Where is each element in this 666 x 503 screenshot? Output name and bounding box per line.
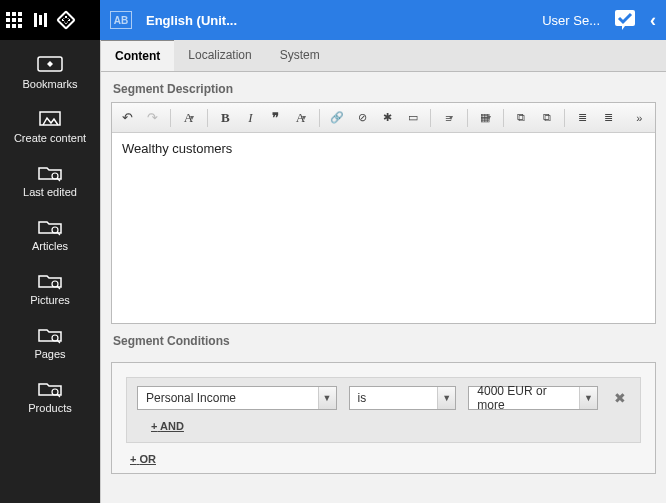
condition-row: Personal Income▼ is▼ 4000 EUR or more▼ ✖ <box>137 386 630 410</box>
align-icon[interactable]: ≡▾ <box>439 108 458 128</box>
apps-icon[interactable] <box>6 12 22 28</box>
tab-localization[interactable]: Localization <box>174 40 265 71</box>
section-conditions-title: Segment Conditions <box>101 324 666 354</box>
rich-editor: ↶ ↷ A▾ B I ❞ A▾ 🔗 ⊘ ✱ ▭ ≡▾ <box>111 102 656 324</box>
editor-toolbar: ↶ ↷ A▾ B I ❞ A▾ 🔗 ⊘ ✱ ▭ ≡▾ <box>112 103 655 133</box>
section-description-title: Segment Description <box>101 72 666 102</box>
nav-label: Create content <box>14 132 86 144</box>
ordered-list-icon[interactable]: ≣ <box>573 108 592 128</box>
nav-label: Products <box>28 402 71 414</box>
left-rail: Bookmarks Create content Last edited Art… <box>0 0 100 503</box>
add-and-button[interactable]: + AND <box>137 410 630 434</box>
folder-search-icon <box>37 270 63 290</box>
rail-top <box>0 0 100 40</box>
condition-operator-select[interactable]: is▼ <box>349 386 457 410</box>
content-area: Content Localization System Segment Desc… <box>100 40 666 503</box>
folder-search-icon <box>37 324 63 344</box>
copy-icon[interactable]: ⧉ <box>512 108 531 128</box>
italic-icon[interactable]: I <box>241 108 260 128</box>
conditions-panel: Personal Income▼ is▼ 4000 EUR or more▼ ✖… <box>111 362 656 474</box>
add-or-button[interactable]: + OR <box>126 443 641 465</box>
unordered-list-icon[interactable]: ≣ <box>599 108 618 128</box>
logo-icon <box>34 13 47 27</box>
editor-body[interactable]: Wealthy customers <box>112 133 655 323</box>
bookmark-icon <box>37 54 63 74</box>
target-icon[interactable] <box>56 10 76 30</box>
nav-articles[interactable]: Articles <box>0 216 100 252</box>
approve-icon[interactable] <box>614 9 636 31</box>
tabs: Content Localization System <box>101 40 666 72</box>
create-icon <box>37 108 63 128</box>
tab-system[interactable]: System <box>266 40 334 71</box>
folder-search-icon <box>37 162 63 182</box>
condition-value-select[interactable]: 4000 EUR or more▼ <box>468 386 598 410</box>
chevron-down-icon: ▼ <box>318 387 336 409</box>
nav-create-content[interactable]: Create content <box>0 108 100 144</box>
link-icon[interactable]: 🔗 <box>328 108 347 128</box>
table-icon[interactable]: ▦▾ <box>476 108 495 128</box>
topbar: AB English (Unit... User Se... ‹ <box>100 0 666 40</box>
font-size-icon[interactable]: A▾ <box>179 108 198 128</box>
nav-last-edited[interactable]: Last edited <box>0 162 100 198</box>
chevron-left-icon[interactable]: ‹ <box>650 10 656 31</box>
redo-icon[interactable]: ↷ <box>143 108 162 128</box>
nav-pictures[interactable]: Pictures <box>0 270 100 306</box>
unlink-icon[interactable]: ⊘ <box>353 108 372 128</box>
nav-products[interactable]: Products <box>0 378 100 414</box>
nav-pages[interactable]: Pages <box>0 324 100 360</box>
nav-label: Pages <box>34 348 65 360</box>
folder-search-icon <box>37 378 63 398</box>
nav-label: Articles <box>32 240 68 252</box>
user-label[interactable]: User Se... <box>542 13 600 28</box>
nav: Bookmarks Create content Last edited Art… <box>0 40 100 414</box>
tab-content[interactable]: Content <box>101 40 174 71</box>
nav-label: Bookmarks <box>22 78 77 90</box>
anchor-icon[interactable]: ✱ <box>378 108 397 128</box>
nav-label: Last edited <box>23 186 77 198</box>
chevron-down-icon: ▼ <box>579 387 597 409</box>
svg-marker-1 <box>47 61 53 67</box>
image-icon[interactable]: ▭ <box>403 108 422 128</box>
language-badge[interactable]: AB <box>110 11 132 29</box>
paste-word-icon[interactable]: ⧉ <box>537 108 556 128</box>
nav-label: Pictures <box>30 294 70 306</box>
condition-group: Personal Income▼ is▼ 4000 EUR or more▼ ✖… <box>126 377 641 443</box>
bold-icon[interactable]: B <box>216 108 235 128</box>
chevron-down-icon: ▼ <box>437 387 455 409</box>
folder-search-icon <box>37 216 63 236</box>
condition-field-select[interactable]: Personal Income▼ <box>137 386 337 410</box>
quote-icon[interactable]: ❞ <box>266 108 285 128</box>
expand-toolbar-icon[interactable]: » <box>630 108 649 128</box>
nav-bookmarks[interactable]: Bookmarks <box>0 54 100 90</box>
page-title: English (Unit... <box>146 13 542 28</box>
font-color-icon[interactable]: A▾ <box>291 108 310 128</box>
remove-condition-icon[interactable]: ✖ <box>610 388 630 408</box>
main: AB English (Unit... User Se... ‹ Content… <box>100 0 666 503</box>
undo-icon[interactable]: ↶ <box>118 108 137 128</box>
